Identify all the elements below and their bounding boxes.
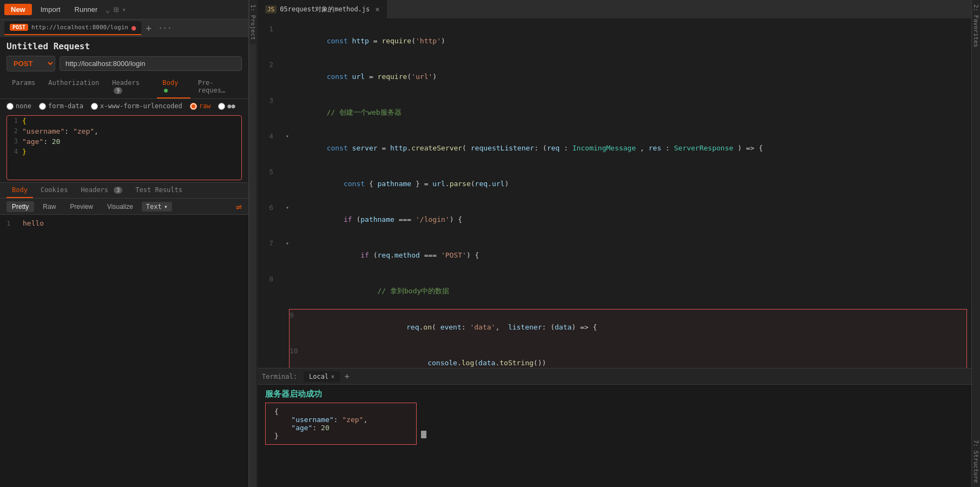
highlighted-block: 9 req.on( event: 'data', listener: (data… [289,309,967,368]
req-line-4: 4 } [7,147,241,157]
resp-content: hello [23,219,44,483]
postman-panel: New Import Runner ⌄ ⊞ ▾ POST http://loca… [0,0,249,487]
resp-tab-headers[interactable]: Headers 3 [75,183,128,198]
terminal-tab-bar: Terminal: Local × + [258,368,971,385]
wrap-icon[interactable]: ⇌ [236,201,242,212]
add-terminal-button[interactable]: + [342,371,352,381]
code-line-10: 10 console.log(data.toString()) [290,345,966,368]
right-panel: JS 05request对象的method.js × 1 const http … [258,0,971,487]
cursor-indicator [421,431,426,438]
term-line-3: "age": 20 [274,424,407,432]
file-tab[interactable]: JS 05request对象的method.js × [258,0,388,18]
terminal-local-tab[interactable]: Local × [304,371,340,382]
tab-url: http://localhost:8000/login [31,24,128,31]
import-button[interactable]: Import [35,4,66,15]
term-line-2: "username": "zep", [274,416,407,424]
resp-tab-testresults[interactable]: Test Results [130,183,188,198]
unsaved-indicator: ● [131,23,136,32]
project-label[interactable]: 1: Project [249,0,258,44]
layout-icon[interactable]: ⊞ [114,4,119,15]
code-line-5: 5 const { pathname } = url.parse(req.url… [258,166,971,202]
response-panel: Body Cookies Headers 3 Test Results Pret… [0,182,248,487]
format-label: Text [146,203,162,210]
view-pretty[interactable]: Pretty [6,201,34,212]
request-tab-bar: POST http://localhost:8000/login ● + ··· [0,19,248,37]
code-line-8: 8 // 拿到body中的数据 [258,273,971,309]
code-line-1: 1 const http = require('http') [258,23,971,59]
radio-raw[interactable]: raw [190,102,211,110]
file-tab-bar: JS 05request对象的method.js × [258,0,971,19]
new-button[interactable]: New [4,4,32,15]
view-raw[interactable]: Raw [37,201,61,212]
req-line-1: 1 { [7,116,241,126]
view-preview[interactable]: Preview [64,201,98,212]
radio-none[interactable]: none [6,102,31,110]
radio-binary[interactable]: ●● [218,102,235,110]
resp-tab-cookies[interactable]: Cookies [35,183,74,198]
terminal-panel: Terminal: Local × + 服务器启动成功 { "username"… [258,368,971,487]
raw-label: raw [199,102,211,110]
js-file-icon: JS [265,5,277,14]
request-body-editor[interactable]: 1 { 2 "username": "zep", 3 "age": 20 4 } [6,115,242,180]
code-editor-right[interactable]: 1 const http = require('http') 2 const u… [258,19,971,368]
request-nav-tabs: Params Authorization Headers 9 Body Pre-… [0,76,248,99]
tab-body[interactable]: Body [157,76,190,98]
request-tab[interactable]: POST http://localhost:8000/login ● [4,21,141,35]
body-indicator [164,89,168,93]
resp-line-num: 1 [6,219,17,483]
code-line-7: 7 ▾ if (req.method === 'POST') { [258,238,971,273]
resp-headers-count: 3 [114,187,122,194]
chevron-down-icon[interactable]: ▾ [122,6,126,14]
right-sidebar: 2: Favorites 7: Structure [971,0,980,487]
resp-tab-body[interactable]: Body [6,183,33,198]
favorites-label[interactable]: 2: Favorites [971,0,980,51]
runner-dropdown-icon[interactable]: ⌄ [105,4,110,15]
code-line-6: 6 ▾ if (pathname === '/login') { [258,202,971,238]
method-badge: POST [10,24,28,31]
file-tab-name: 05request对象的method.js [280,5,370,14]
headers-count: 9 [114,87,122,94]
terminal-success-msg: 服务器启动成功 [265,389,964,399]
tab-params[interactable]: Params [6,76,41,98]
tab-headers[interactable]: Headers 9 [107,76,155,98]
more-tabs-button[interactable]: ··· [156,24,174,32]
radio-formdata[interactable]: form-data [39,102,83,110]
response-tabs: Body Cookies Headers 3 Test Results [0,183,248,199]
runner-button[interactable]: Runner [69,4,103,15]
radio-urlencoded[interactable]: x-www-form-urlencoded [91,102,182,110]
url-bar: POST GET PUT DELETE [6,56,242,71]
project-sidebar: 1: Project [249,0,258,487]
request-title: Untitled Request [0,37,248,54]
tab-prerequest[interactable]: Pre-reques… [193,76,242,98]
body-type-row: none form-data x-www-form-urlencoded raw… [0,99,248,113]
term-line-4: } [274,432,407,440]
term-tab-name: Local [309,373,328,380]
top-toolbar: New Import Runner ⌄ ⊞ ▾ [0,0,248,19]
close-terminal-tab[interactable]: × [331,373,334,380]
close-file-tab[interactable]: × [373,5,379,14]
terminal-label: Terminal: [262,373,301,380]
format-select[interactable]: Text ▾ [142,202,172,212]
req-line-3: 3 "age": 20 [7,136,241,147]
req-line-2: 2 "username": "zep", [7,126,241,136]
response-toolbar: Pretty Raw Preview Visualize Text ▾ ⇌ [0,199,248,215]
method-select[interactable]: POST GET PUT DELETE [6,56,55,71]
add-tab-button[interactable]: + [143,22,154,34]
code-line-4: 4 ▾ const server = http.createServer( re… [258,130,971,166]
view-visualize[interactable]: Visualize [102,201,139,212]
code-line-2: 2 const url = require('url') [258,59,971,95]
url-input[interactable] [60,56,242,71]
chevron-icon: ▾ [164,203,168,210]
term-line-1: { [274,407,407,416]
terminal-json-output: { "username": "zep", "age": 20 } [265,403,417,445]
tab-authorization[interactable]: Authorization [43,76,104,98]
terminal-body: 服务器启动成功 { "username": "zep", "age": 20 } [258,385,971,487]
structure-label[interactable]: 7: Structure [971,436,980,487]
code-line-9: 9 req.on( event: 'data', listener: (data… [290,310,966,345]
code-line-3: 3 // 创建一个web服务器 [258,95,971,130]
response-body: 1 hello [0,215,248,487]
